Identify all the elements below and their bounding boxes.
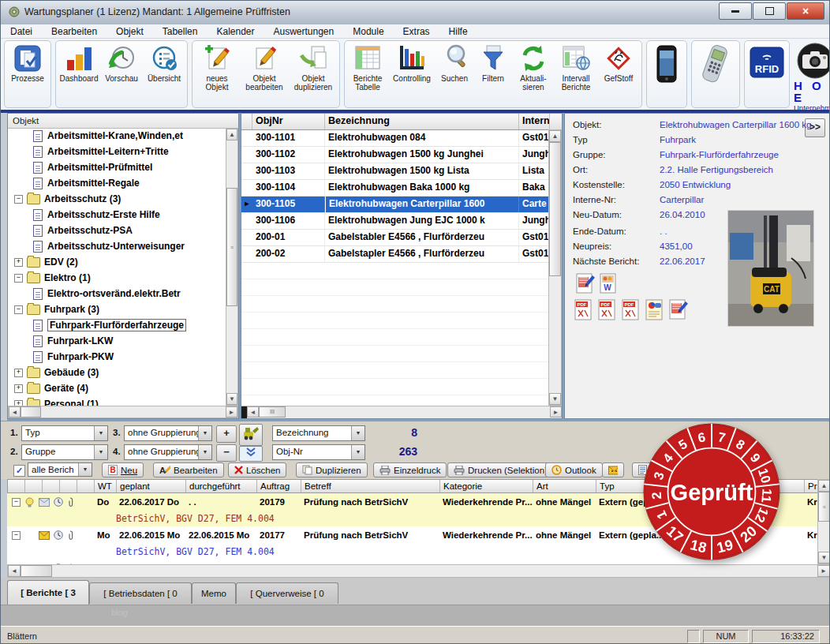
object-table-vertical-scrollbar[interactable]: ▲ ▼ [548, 129, 562, 406]
tree-item[interactable]: Arbeitsmittel-Krane,Winden,et [8, 128, 226, 144]
tree-item[interactable]: Fuhrpark-LKW [8, 333, 226, 349]
pdf-icon[interactable]: PDF [598, 299, 617, 320]
minimize-button[interactable] [719, 2, 752, 20]
tree-folder[interactable]: −Elektro (1) [8, 270, 226, 286]
object-row[interactable]: 300-1101Elektrohubwagen 084Gst01 [241, 130, 562, 147]
object-row[interactable]: 300-1104Elektrohubwagen Baka 1000 kgBaka [241, 180, 562, 197]
toolbar-uebersicht-button[interactable]: Übersicht [143, 43, 185, 83]
object-row-selected[interactable]: ►300-1105Elektrohubwagen Carterpillar 16… [241, 197, 562, 213]
reports-horizontal-scrollbar[interactable]: ◄ ► [7, 564, 830, 578]
toolbar-gefstoff-button[interactable]: GefStoff [597, 43, 640, 83]
toolbar-controlling-button[interactable]: Controlling [389, 43, 435, 83]
tab-berichte[interactable]: [ Berichte [ 3 [7, 580, 89, 605]
col-geplant[interactable]: geplant [117, 480, 186, 492]
toolbar-objekt-bearbeiten-button[interactable]: Objekt bearbeiten [240, 43, 289, 92]
toolbar-objekt-duplizieren-button[interactable]: Objekt duplizieren [289, 43, 338, 92]
object-row[interactable]: 300-1102Elektrohubwagen 1500 kg JungheiJ… [241, 147, 562, 163]
menu-hilfe[interactable]: Hilfe [449, 26, 468, 37]
tree-vertical-scrollbar[interactable]: ▲ ≡ ▼ [226, 128, 238, 406]
mail-button[interactable] [602, 462, 624, 477]
tree-column-header[interactable]: Objekt [8, 114, 238, 129]
object-table-header[interactable]: ObjNr Bezeichnung Intern [241, 114, 562, 130]
sort-dropdown-1[interactable]: Bezeichnung▼ [272, 425, 365, 441]
menu-tabellen[interactable]: Tabellen [163, 26, 198, 37]
object-row[interactable]: 300-1103Elektrohubwagen 1500 kg ListaLis… [241, 163, 562, 180]
new-report-button[interactable]: B Neu [102, 462, 144, 477]
close-button[interactable]: × [787, 2, 824, 20]
tree-item[interactable]: Arbeitsmittel-Leitern+Tritte [8, 144, 226, 159]
duplicate-report-button[interactable]: Duplizieren [296, 462, 368, 477]
chevron-down-icon[interactable]: ▼ [351, 445, 365, 459]
grouping-dropdown-4[interactable]: ohne Gruppierung▼ [124, 444, 212, 460]
col-intern[interactable]: Intern [519, 114, 550, 129]
machine-filter-button[interactable] [239, 424, 263, 446]
chevron-down-icon[interactable]: ▼ [198, 426, 211, 440]
collapse-all-button[interactable]: − [216, 444, 237, 462]
menu-kalender[interactable]: Kalender [216, 26, 254, 37]
pdf-icon[interactable]: PDF [622, 299, 641, 320]
title-bar[interactable]: Wartungsplaner (1 Lizenz) Mandant: 1 All… [1, 1, 830, 25]
collapse-box[interactable]: − [14, 274, 23, 283]
menu-bearbeiten[interactable]: Bearbeiten [51, 26, 97, 37]
col-betreff[interactable]: Betreff [301, 480, 440, 492]
expand-box[interactable]: + [14, 369, 23, 377]
tree-folder[interactable]: +Gebäude (3) [8, 365, 226, 380]
tab-memo[interactable]: Memo [192, 582, 236, 604]
collapse-box[interactable]: − [14, 305, 23, 314]
menu-objekt[interactable]: Objekt [116, 26, 144, 37]
show-more-button[interactable] [239, 446, 263, 462]
toolbar-berichte-tabelle-button[interactable]: Berichte Tabelle [346, 43, 389, 92]
grouping-dropdown-3[interactable]: ohne Gruppierung▼ [124, 425, 212, 441]
delete-report-button[interactable]: Löschen [228, 462, 286, 477]
tree-folder[interactable]: −Fuhrpark (3) [8, 301, 226, 317]
edit-report-button[interactable]: A Bearbeiten [153, 462, 224, 477]
toolbar-suchen-button[interactable]: Suchen [435, 43, 474, 83]
toolbar-filtern-button[interactable]: Filtern [474, 43, 512, 83]
pdf-icon[interactable]: PDF [574, 299, 593, 320]
col-bezeichnung[interactable]: Bezeichnung [325, 114, 519, 129]
expand-all-button[interactable]: + [216, 425, 237, 443]
chevron-down-icon[interactable]: ▼ [198, 445, 211, 459]
tree-item[interactable]: Arbeitsmittel-Regale [8, 175, 226, 191]
menu-extras[interactable]: Extras [403, 26, 430, 37]
collapse-box[interactable]: − [12, 498, 21, 507]
grouping-dropdown-1[interactable]: Typ▼ [21, 425, 108, 441]
toolbar-dashboard-button[interactable]: Dashboard [58, 43, 100, 83]
chevron-down-icon[interactable]: ▼ [78, 463, 92, 476]
object-row[interactable]: 200-02Gabelstapler E4566 , Flurförderzeu… [241, 246, 562, 263]
tree-folder[interactable]: −Arbeitsschutz (3) [8, 191, 226, 207]
object-row[interactable]: 300-1106Elektrohubwagen Jung EJC 1000 kJ… [241, 213, 562, 230]
collapse-box[interactable]: − [14, 195, 23, 204]
tree-folder[interactable]: +Personal (1) [8, 396, 226, 406]
object-table-horizontal-scrollbar[interactable]: ◄ ⦀⦀ ► [241, 406, 562, 419]
col-art[interactable]: Art [533, 480, 596, 492]
tab-betriebsdaten[interactable]: [ Betriebsdaten [ 0 [89, 582, 192, 604]
menu-datei[interactable]: Datei [10, 26, 32, 37]
report-filter-dropdown[interactable]: alle Berich▼ [28, 462, 92, 477]
col-auftrag[interactable]: Auftrag [257, 480, 301, 492]
col-pr[interactable]: Pr [805, 480, 817, 492]
chevron-down-icon[interactable]: ▼ [94, 426, 107, 440]
filter-checkbox[interactable]: ✓ [13, 465, 25, 477]
word-doc-icon[interactable]: W [600, 273, 619, 294]
menu-module[interactable]: Module [353, 26, 383, 37]
collapse-box[interactable]: − [12, 531, 21, 540]
chevron-down-icon[interactable]: ▼ [94, 445, 107, 459]
object-row[interactable]: 200-01Gabelstabler E4566 , Flurförderzeu… [241, 230, 562, 246]
toolbar-intervall-berichte-button[interactable]: Intervall Berichte [555, 43, 597, 92]
toolbar-vorschau-button[interactable]: Vorschau [100, 43, 143, 83]
print-selection-button[interactable]: Drucken (Selektion) [447, 462, 554, 477]
toolbar-prozesse-button[interactable]: Prozesse [6, 43, 49, 83]
expand-box[interactable]: + [14, 384, 23, 393]
pdf-edit-icon[interactable] [576, 273, 595, 294]
col-durchgefuehrt[interactable]: durchgeführt [186, 480, 257, 492]
sort-dropdown-2[interactable]: Obj-Nr▼ [272, 444, 365, 460]
grouping-dropdown-2[interactable]: Gruppe▼ [21, 444, 108, 460]
single-print-button[interactable]: Einzeldruck [373, 462, 447, 477]
chevron-down-icon[interactable]: ▼ [351, 426, 365, 440]
tree-item[interactable]: Arbeitsschutz-PSA [8, 223, 226, 238]
reports-vertical-scrollbar[interactable]: ▲ ≡ ▼ [817, 479, 830, 564]
chart-doc-icon[interactable] [645, 299, 664, 320]
tab-querverweise[interactable]: [ Querverweise [ 0 [236, 582, 338, 604]
col-kategorie[interactable]: Kategorie [440, 480, 533, 492]
